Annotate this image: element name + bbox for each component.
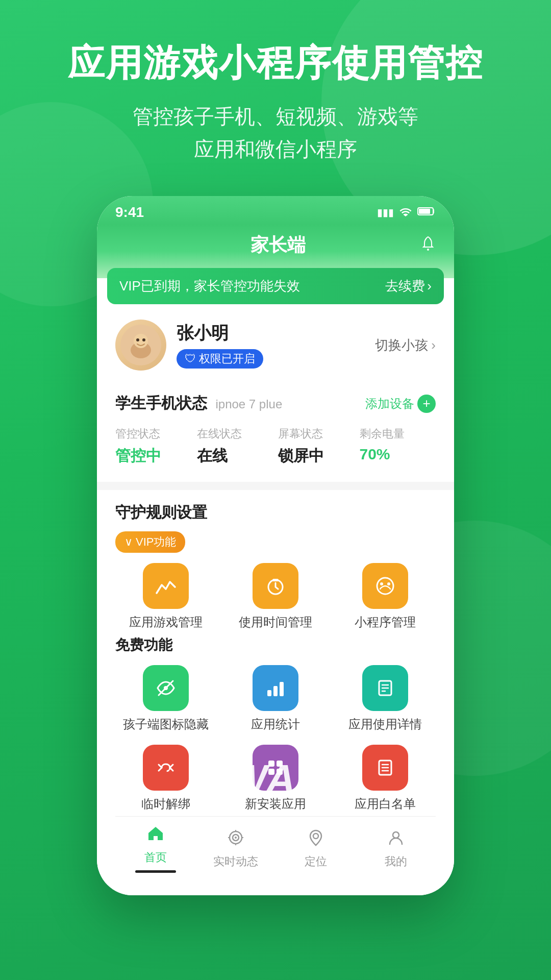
- signal-icon: ▮▮▮: [377, 206, 394, 218]
- app-game-icon: [143, 563, 189, 609]
- status-label-battery: 剩余电量: [360, 426, 436, 442]
- app-game-label: 应用游戏管理: [129, 614, 203, 630]
- svg-point-37: [313, 834, 318, 839]
- status-value-battery: 70%: [360, 446, 436, 463]
- home-icon: [147, 825, 164, 847]
- app-title: 家长端: [136, 233, 420, 258]
- device-model: ipnoe 7 plue: [215, 397, 282, 411]
- svg-point-38: [393, 832, 399, 838]
- vip-banner-text: VIP已到期，家长管控功能失效: [119, 277, 300, 295]
- header-section: 应用游戏小程序使用管控 管控孩子手机、短视频、游戏等应用和微信小程序: [0, 0, 551, 165]
- stats-icon: [253, 665, 298, 711]
- svg-point-2: [427, 249, 429, 251]
- status-item-screen: 屏幕状态 锁屏中: [278, 426, 355, 467]
- vip-features-grid: 应用游戏管理 使用时间管理: [115, 563, 436, 630]
- profile-section: 张小明 🛡 权限已开启 切换小孩 ›: [97, 314, 454, 383]
- shield-icon: 🛡: [185, 352, 196, 365]
- permission-badge: 🛡 权限已开启: [177, 349, 263, 369]
- nav-item-profile[interactable]: 我的: [356, 829, 436, 869]
- wifi-icon: [399, 206, 412, 219]
- device-section: 学生手机状态 ipnoe 7 plue 添加设备 + 管控状态 管控中 在线状态…: [97, 383, 454, 482]
- mini-label: 小程序管理: [355, 614, 416, 630]
- unbind-icon: [143, 745, 189, 791]
- stats-label: 应用统计: [251, 716, 300, 732]
- hide-label: 孩子端图标隐藏: [123, 716, 209, 732]
- realtime-icon: [227, 829, 244, 851]
- profile-icon: [387, 829, 405, 851]
- feature-item-mini[interactable]: 小程序管理: [334, 563, 436, 630]
- status-label-control: 管控状态: [115, 426, 192, 442]
- status-value-control: 管控中: [115, 446, 192, 467]
- svg-rect-1: [419, 209, 430, 214]
- nav-indicator: [135, 870, 176, 873]
- nav-item-location[interactable]: 定位: [276, 829, 356, 869]
- device-header: 学生手机状态 ipnoe 7 plue 添加设备 +: [115, 393, 436, 414]
- status-label-online: 在线状态: [197, 426, 273, 442]
- profile-left: 张小明 🛡 权限已开启: [115, 320, 263, 371]
- bell-icon[interactable]: [420, 236, 436, 255]
- feature-item-time[interactable]: 使用时间管理: [225, 563, 327, 630]
- svg-point-12: [387, 582, 390, 585]
- vip-arrow-icon: ›: [427, 278, 432, 294]
- nav-label-realtime: 实时动态: [213, 854, 258, 869]
- add-device-button[interactable]: 添加设备 +: [365, 395, 436, 413]
- bottom-nav: 首页 实时动态: [115, 816, 436, 883]
- profile-info: 张小明 🛡 权限已开启: [177, 322, 263, 369]
- unbind-label: 临时解绑: [141, 796, 190, 812]
- feature-item-details[interactable]: 应用使用详情: [334, 665, 436, 732]
- avatar: [115, 320, 166, 371]
- status-item-online: 在线状态 在线: [197, 426, 273, 467]
- rules-section: 守护规则设置 ∨ VIP功能 应用游戏管理: [97, 490, 454, 895]
- time-label: 使用时间管理: [239, 614, 312, 630]
- nav-label-profile: 我的: [385, 854, 407, 869]
- svg-point-6: [136, 338, 139, 341]
- whitelist-label: 应用白名单: [355, 796, 416, 812]
- free-title: 免费功能: [115, 635, 436, 655]
- time-icon: [253, 563, 298, 609]
- svg-rect-17: [280, 682, 284, 696]
- device-title: 学生手机状态: [115, 395, 207, 411]
- status-time: 9:41: [115, 204, 144, 220]
- vip-tag: ∨ VIP功能: [115, 531, 185, 553]
- wait-overlay: WAit: [227, 748, 325, 810]
- location-icon: [307, 829, 324, 851]
- details-label: 应用使用详情: [348, 716, 422, 732]
- mini-icon: [362, 563, 408, 609]
- status-value-screen: 锁屏中: [278, 446, 355, 467]
- feature-item-unbind[interactable]: 临时解绑: [115, 745, 217, 812]
- divider: [97, 482, 454, 490]
- svg-rect-16: [273, 686, 278, 696]
- status-bar: 9:41 ▮▮▮: [97, 196, 454, 225]
- main-title: 应用游戏小程序使用管控: [0, 41, 551, 85]
- status-icons: ▮▮▮: [377, 206, 436, 219]
- vip-banner[interactable]: VIP已到期，家长管控功能失效 去续费 ›: [107, 268, 444, 304]
- feature-item-stats[interactable]: 应用统计: [225, 665, 327, 732]
- status-item-control: 管控状态 管控中: [115, 426, 192, 467]
- svg-rect-9: [272, 579, 279, 581]
- svg-point-32: [235, 837, 237, 839]
- nav-item-home[interactable]: 首页: [115, 825, 195, 873]
- rules-title: 守护规则设置: [115, 502, 436, 523]
- status-label-screen: 屏幕状态: [278, 426, 355, 442]
- nav-item-realtime[interactable]: 实时动态: [195, 829, 276, 869]
- vip-chevron-icon: ∨: [124, 535, 133, 549]
- status-grid: 管控状态 管控中 在线状态 在线 屏幕状态 锁屏中 剩余电量 70%: [115, 426, 436, 472]
- svg-point-11: [380, 582, 383, 585]
- svg-rect-15: [267, 690, 271, 696]
- device-title-group: 学生手机状态 ipnoe 7 plue: [115, 393, 282, 414]
- profile-name: 张小明: [177, 322, 263, 345]
- svg-point-7: [142, 338, 145, 341]
- feature-item-app-game[interactable]: 应用游戏管理: [115, 563, 217, 630]
- hide-icon: [143, 665, 189, 711]
- details-icon: [362, 665, 408, 711]
- add-icon: +: [417, 395, 436, 413]
- switch-child-button[interactable]: 切换小孩 ›: [375, 336, 436, 354]
- vip-action[interactable]: 去续费 ›: [385, 277, 432, 295]
- feature-item-hide[interactable]: 孩子端图标隐藏: [115, 665, 217, 732]
- whitelist-icon: [362, 745, 408, 791]
- feature-item-whitelist[interactable]: 应用白名单: [334, 745, 436, 812]
- wait-text: WAit: [229, 756, 323, 803]
- status-item-battery: 剩余电量 70%: [360, 426, 436, 467]
- status-value-online: 在线: [197, 446, 273, 467]
- switch-arrow-icon: ›: [431, 337, 436, 353]
